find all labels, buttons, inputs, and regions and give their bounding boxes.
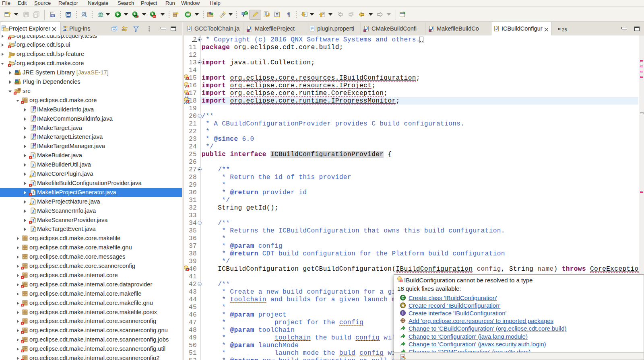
svg-text:J: J (32, 153, 34, 158)
svg-text:J: J (32, 181, 34, 185)
svg-text:I: I (34, 134, 35, 137)
svg-text:J: J (32, 163, 34, 167)
svg-text:010: 010 (51, 14, 55, 17)
svg-text:J: J (32, 227, 34, 232)
svg-text:I: I (34, 106, 35, 109)
svg-text:I: I (34, 143, 35, 146)
svg-text:I: I (34, 125, 35, 128)
svg-text:J: J (14, 60, 16, 63)
svg-text:C: C (245, 12, 247, 15)
svg-text:J: J (32, 208, 34, 213)
svg-text:¶: ¶ (287, 12, 290, 18)
svg-text:I: I (34, 115, 35, 118)
svg-text:J: J (14, 41, 16, 45)
svg-text:J: J (32, 190, 34, 195)
svg-text:J: J (32, 218, 34, 222)
